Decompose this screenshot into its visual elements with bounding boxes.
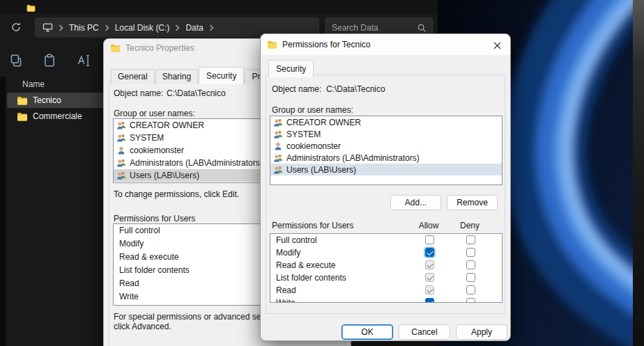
allow-checkbox	[425, 260, 434, 269]
chevron-right-icon[interactable]	[105, 24, 109, 31]
deny-column-header: Deny	[456, 221, 484, 230]
explorer-tab-folder-icon	[26, 2, 36, 15]
group-names-label: Group or user names:	[272, 105, 353, 115]
object-name-value: C:\Data\Tecnico	[167, 88, 226, 98]
group-icon	[116, 133, 126, 143]
copy-icon[interactable]	[8, 53, 24, 68]
allow-checkbox	[425, 273, 434, 282]
file-name: Commerciale	[33, 111, 82, 121]
permission-name: Write	[276, 298, 296, 303]
tab-security[interactable]: Security	[268, 60, 314, 77]
permissions-dialog-titlebar: Permissions for Tecnico	[261, 34, 510, 55]
group-icon	[273, 165, 283, 175]
permission-name: Read & execute	[276, 260, 335, 270]
user-list-item[interactable]: SYSTEM	[270, 128, 502, 140]
group-icon	[273, 153, 283, 163]
user-icon	[116, 146, 126, 155]
user-name: CREATOR OWNER	[286, 118, 361, 127]
allow-checkbox[interactable]	[425, 248, 434, 257]
explorer-titlebar	[0, 0, 438, 14]
user-name: Users (LAB\Users)	[286, 165, 356, 175]
group-icon	[273, 118, 283, 127]
folder-icon	[110, 44, 121, 52]
permissions-dialog: Permissions for Tecnico Security Object …	[260, 33, 511, 341]
ok-button[interactable]: OK	[342, 324, 393, 340]
user-name: SYSTEM	[130, 133, 164, 143]
user-icon	[273, 141, 283, 151]
object-name-value: C:\Data\Tecnico	[326, 84, 385, 94]
user-name: CREATOR OWNER	[130, 120, 204, 130]
permission-name: Full control	[276, 235, 317, 245]
chevron-right-icon[interactable]	[175, 24, 180, 31]
user-name: SYSTEM	[286, 129, 321, 139]
breadcrumb-this-pc[interactable]: This PC	[69, 23, 99, 33]
dialog-title: Tecnico Properties	[125, 43, 194, 53]
user-name: cookiemonster	[286, 141, 341, 151]
dialog-title: Permissions for Tecnico	[282, 40, 371, 49]
screen: This PC Local Disk (C:) Data	[0, 0, 644, 346]
file-row-commerciale[interactable]: Commerciale	[7, 109, 106, 124]
folder-icon	[17, 96, 28, 105]
chevron-right-icon[interactable]	[59, 24, 63, 31]
user-list-item[interactable]: CREATOR OWNER	[270, 116, 502, 128]
file-name: Tecnico	[33, 95, 61, 105]
tab-sharing[interactable]: Sharing	[155, 69, 198, 84]
cancel-button[interactable]: Cancel	[399, 324, 450, 340]
chevron-right-icon[interactable]	[209, 24, 214, 31]
deny-checkbox[interactable]	[466, 285, 475, 294]
deny-checkbox[interactable]	[466, 273, 475, 282]
column-header-name[interactable]: Name	[22, 79, 45, 89]
close-icon[interactable]	[489, 39, 505, 52]
group-icon	[116, 120, 126, 130]
permission-name: Read	[276, 285, 296, 295]
remove-button[interactable]: Remove	[447, 195, 498, 210]
search-input[interactable]	[332, 23, 410, 33]
this-pc-icon	[43, 23, 53, 32]
user-name: Administrators (LAB\Administrators)	[286, 153, 420, 163]
permission-row-modify: Modify	[270, 246, 502, 259]
allow-checkbox[interactable]	[425, 298, 434, 303]
user-name: Administrators (LAB\Administrators)	[130, 158, 263, 168]
refresh-button[interactable]	[8, 19, 24, 35]
user-list-item[interactable]: Administrators (LAB\Administrators)	[270, 152, 502, 164]
permissions-for-label: Permissions for Users	[272, 221, 353, 230]
user-name: cookiemonster	[130, 146, 184, 155]
group-icon	[273, 129, 283, 139]
group-icon	[116, 171, 126, 180]
permission-name: List folder contents	[276, 273, 346, 283]
group-user-list: CREATOR OWNER SYSTEM cookiemonster Admin…	[270, 116, 503, 185]
allow-checkbox	[425, 285, 434, 294]
deny-checkbox[interactable]	[466, 298, 475, 303]
tab-security[interactable]: Security	[199, 67, 244, 84]
permission-name: Modify	[276, 248, 300, 258]
object-name-label: Object name:	[272, 84, 321, 94]
permissions-checkbox-list: Full control Modify Read & execute List …	[270, 233, 503, 303]
tab-general[interactable]: General	[111, 69, 155, 84]
right-window-edge	[633, 0, 644, 346]
file-row-tecnico[interactable]: Tecnico	[7, 93, 106, 108]
allow-checkbox[interactable]	[425, 235, 434, 244]
add-button[interactable]: Add...	[390, 195, 441, 210]
advanced-hint-line2: click Advanced.	[114, 322, 171, 331]
deny-checkbox[interactable]	[466, 235, 475, 244]
permissions-for-label: Permissions for Users	[114, 214, 195, 223]
folder-icon	[17, 112, 28, 121]
rename-icon[interactable]	[76, 53, 91, 68]
user-list-item-selected[interactable]: Users (LAB\Users)	[270, 164, 502, 175]
user-name: Users (LAB\Users)	[130, 171, 199, 180]
advanced-hint-line1: For special permissions or advanced sett…	[114, 312, 277, 322]
permission-row-read-execute: Read & execute	[270, 259, 502, 272]
permission-row-full-control: Full control	[270, 234, 502, 246]
search-icon	[417, 23, 427, 33]
user-list-item[interactable]: cookiemonster	[270, 140, 502, 152]
folder-icon	[267, 40, 277, 49]
left-gutter	[0, 77, 6, 346]
allow-column-header: Allow	[415, 221, 443, 230]
breadcrumb-local-disk-c[interactable]: Local Disk (C:)	[115, 23, 170, 33]
deny-checkbox[interactable]	[466, 248, 475, 257]
paste-icon[interactable]	[42, 53, 57, 68]
deny-checkbox[interactable]	[466, 260, 475, 269]
breadcrumb-data[interactable]: Data	[185, 23, 203, 33]
apply-button[interactable]: Apply	[456, 324, 507, 340]
edit-hint-text: To change permissions, click Edit.	[114, 189, 239, 199]
